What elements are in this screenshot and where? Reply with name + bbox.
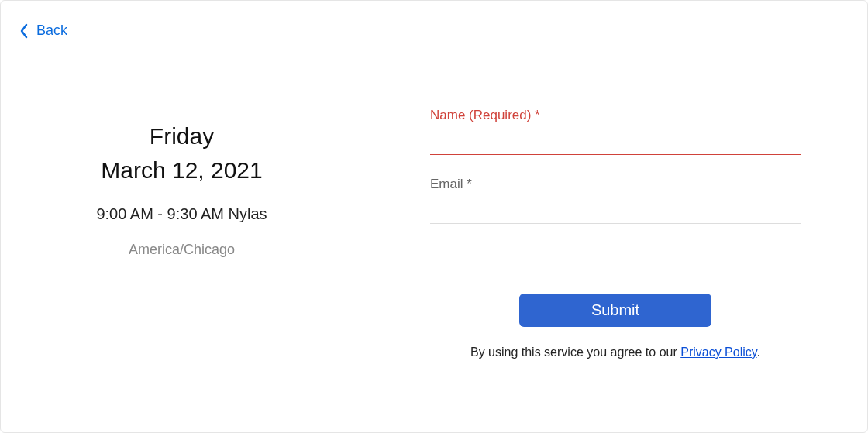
back-button[interactable]: Back	[19, 22, 67, 39]
event-day-name: Friday	[150, 123, 214, 149]
agreement-suffix: .	[757, 345, 760, 359]
back-label: Back	[36, 22, 67, 39]
email-field-group: Email *	[430, 177, 801, 224]
submit-button[interactable]: Submit	[519, 294, 711, 327]
chevron-left-icon	[19, 23, 29, 39]
agreement-text: By using this service you agree to our P…	[430, 345, 801, 359]
email-label: Email *	[430, 177, 801, 192]
email-input[interactable]	[430, 197, 801, 224]
name-field-group: Name (Required) *	[430, 108, 801, 155]
booking-container: Back Friday March 12, 2021 9:00 AM - 9:3…	[0, 0, 868, 433]
event-details-panel: Friday March 12, 2021 9:00 AM - 9:30 AM …	[1, 1, 363, 432]
event-timezone: America/Chicago	[129, 242, 235, 258]
name-label: Name (Required) *	[430, 108, 801, 123]
privacy-policy-link[interactable]: Privacy Policy	[680, 345, 756, 359]
agreement-prefix: By using this service you agree to our	[470, 345, 680, 359]
booking-form-panel: Name (Required) * Email * Submit By usin…	[363, 1, 867, 432]
event-date: March 12, 2021	[101, 157, 262, 184]
submit-wrap: Submit	[430, 294, 801, 327]
name-input[interactable]	[430, 128, 801, 155]
event-time-slot: 9:00 AM - 9:30 AM Nylas	[96, 205, 267, 223]
